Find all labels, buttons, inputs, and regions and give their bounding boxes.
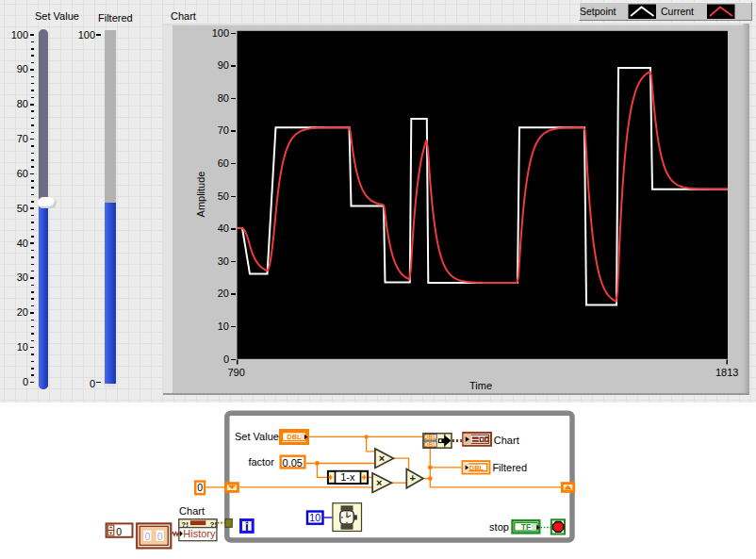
svg-text:0: 0 (157, 531, 163, 542)
svg-text:0: 0 (144, 531, 150, 542)
svg-text:10: 10 (309, 512, 320, 523)
svg-text:History: History (183, 528, 216, 539)
svg-text:Chart: Chart (179, 505, 205, 517)
svg-text:Set Value: Set Value (235, 431, 279, 442)
svg-text:×: × (376, 477, 382, 488)
svg-text:Chart: Chart (494, 435, 519, 446)
svg-text:1-x: 1-x (340, 471, 355, 483)
svg-text:0.05: 0.05 (283, 457, 303, 469)
svg-text:0: 0 (116, 526, 122, 537)
svg-text:Filtered: Filtered (492, 462, 527, 473)
svg-text:DBL: DBL (424, 434, 436, 440)
svg-text:factor: factor (248, 456, 274, 468)
svg-text:DBL: DBL (287, 433, 302, 441)
svg-text:DBL: DBL (469, 464, 485, 472)
svg-text:stop: stop (489, 521, 509, 533)
svg-text:+: + (409, 472, 415, 484)
svg-text:×: × (379, 452, 385, 464)
svg-text:0: 0 (197, 482, 203, 493)
svg-text:DBL: DBL (424, 441, 436, 448)
svg-text:TF: TF (521, 522, 531, 532)
